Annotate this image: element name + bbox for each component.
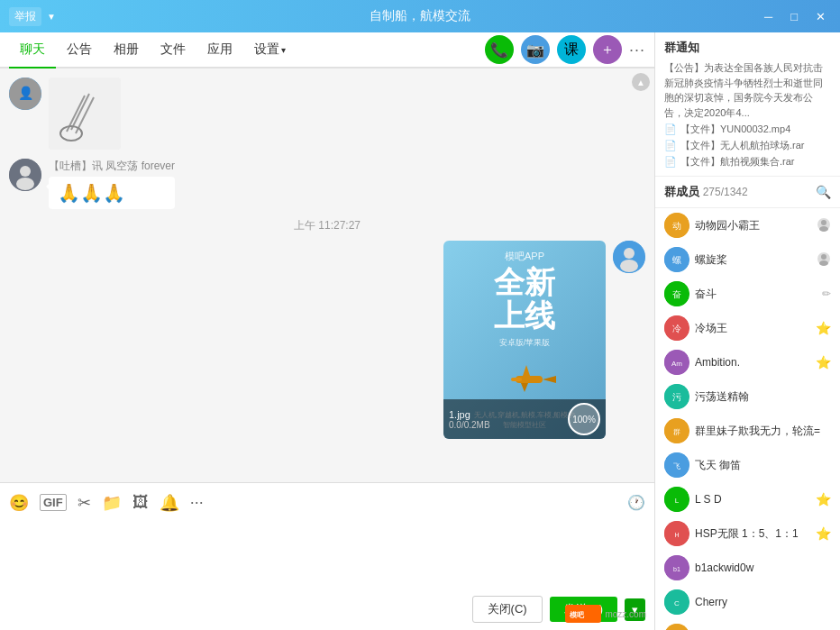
nav-settings[interactable]: 设置 ▾ (243, 32, 297, 68)
main-container: 聊天 公告 相册 文件 应用 设置 ▾ 📞 📷 课 ＋ ··· ▲ (0, 32, 840, 630)
history-button[interactable]: 🕐 (627, 494, 645, 511)
svg-text:👤: 👤 (18, 86, 34, 101)
member-avatar: L (664, 487, 689, 512)
settings-chevron-icon: ▾ (281, 45, 286, 55)
image-subtitle: 全新 上线 (452, 266, 597, 333)
svg-text:H: H (674, 532, 679, 538)
member-avatar: 冷 (664, 315, 689, 341)
pencil-badge: ✏ (822, 288, 831, 300)
scroll-up-button[interactable]: ▲ (632, 73, 650, 91)
member-item[interactable]: b1 b1ackwid0w (655, 551, 840, 585)
bell-icon[interactable]: 🔔 (160, 493, 179, 513)
member-avatar: C (664, 589, 689, 615)
gif-button[interactable]: GIF (40, 494, 67, 511)
member-avatar: 飞 (664, 452, 689, 478)
member-avatar: 污 (664, 384, 689, 409)
members-count: 275/1342 (703, 186, 748, 198)
image-icon[interactable]: 🖼 (132, 493, 149, 512)
svg-rect-17 (511, 378, 522, 381)
nav-file[interactable]: 文件 (150, 32, 196, 68)
more-icon-button[interactable]: ··· (629, 41, 645, 59)
toy-plane-svg (488, 358, 561, 403)
message-sketch: 👤 (9, 78, 645, 150)
file-icon-3: 📄 (664, 156, 677, 168)
image-message-content: 模吧APP 全新 上线 安卓版/苹果版 (443, 241, 606, 439)
file-link-1[interactable]: 📄 【文件】YUN00032.mp4 (664, 123, 831, 136)
image-footer: 1.jpg 0.0/0.2MB 100% (443, 399, 606, 439)
add-icon-button[interactable]: ＋ (593, 35, 622, 64)
svg-point-21 (821, 220, 826, 225)
member-avatar: 动 (664, 213, 689, 238)
file-link-3[interactable]: 📄 【文件】航拍视频集合.rar (664, 155, 831, 169)
dropdown-arrow[interactable]: ▼ (47, 12, 56, 22)
member-item[interactable]: L L S D ⭐ (655, 482, 840, 516)
window-controls: ─ □ ✕ (759, 8, 831, 25)
member-item[interactable]: 奋 奋斗 ✏ (655, 277, 840, 311)
file-link-2[interactable]: 📄 【文件】无人机航拍球场.rar (664, 139, 831, 152)
member-avatar: Am (664, 350, 689, 375)
members-title: 群成员 275/1342 (664, 184, 748, 200)
sender-name: 【吐槽】讯 凤空荡 forever (49, 159, 175, 174)
close-button[interactable]: 关闭(C) (472, 596, 543, 623)
window-title: 自制船，航模交流 (81, 8, 759, 24)
member-badge (817, 217, 831, 234)
titlebar: 举报 ▼ 自制船，航模交流 ─ □ ✕ (0, 0, 840, 32)
scissors-icon[interactable]: ✂ (78, 493, 91, 513)
more-tools-icon[interactable]: ··· (190, 493, 204, 512)
emoji-button[interactable]: 😊 (9, 493, 29, 513)
folder-icon[interactable]: 📁 (102, 493, 122, 513)
member-avatar: b1 (664, 555, 689, 580)
member-item[interactable]: H HSP无限 1：5、1：1 ⭐ (655, 516, 840, 551)
member-name: 奋斗 (695, 287, 817, 302)
message-image: 模吧APP 全新 上线 安卓版/苹果版 (9, 241, 645, 439)
message-emojis-text: 🙏🙏🙏 (58, 183, 125, 203)
member-name: b1ackwid0w (695, 562, 826, 574)
member-name: HSP无限 1：5、1：1 (695, 526, 810, 542)
navbar: 聊天 公告 相册 文件 应用 设置 ▾ 📞 📷 课 ＋ ··· (0, 32, 654, 68)
nav-album[interactable]: 相册 (103, 32, 150, 68)
member-item[interactable]: C Cherry (655, 585, 840, 619)
member-item[interactable]: 群 群里妹子欺我无力，轮流= (655, 414, 840, 448)
message-emojis: 【吐槽】讯 凤空荡 forever 🙏🙏🙏 (9, 159, 645, 209)
svg-point-12 (620, 260, 638, 272)
member-item[interactable]: 此 此诚可待成追忆 (655, 619, 840, 630)
members-search-button[interactable]: 🔍 (816, 185, 831, 199)
star-badge: ⭐ (816, 355, 831, 370)
phone-icon-button[interactable]: 📞 (485, 35, 514, 64)
file-icon-1: 📄 (664, 123, 677, 135)
member-item[interactable]: 螺 螺旋桨 (655, 242, 840, 277)
image-preview[interactable]: 模吧APP 全新 上线 安卓版/苹果版 (443, 241, 606, 439)
sender-avatar-right (613, 241, 645, 273)
member-name: 群里妹子欺我无力，轮流= (695, 424, 826, 439)
live-icon-button[interactable]: 课 (557, 35, 586, 64)
image-header: 模吧APP 全新 上线 安卓版/苹果版 (452, 250, 597, 349)
nav-app[interactable]: 应用 (196, 32, 243, 68)
video-icon-button[interactable]: 📷 (521, 35, 550, 64)
svg-text:奋: 奋 (672, 289, 681, 299)
minimize-button[interactable]: ─ (759, 8, 778, 25)
watermark-text: mozz.com (605, 609, 646, 619)
member-item[interactable]: 污 污荡送精翰 (655, 379, 840, 414)
member-item[interactable]: 冷 冷场王 ⭐ (655, 311, 840, 345)
nav-notice[interactable]: 公告 (56, 32, 103, 68)
sketch-image (49, 78, 121, 150)
maximize-button[interactable]: □ (785, 8, 803, 25)
member-name: 飞天 御笛 (695, 458, 826, 473)
close-button[interactable]: ✕ (810, 8, 831, 25)
chat-input[interactable] (9, 529, 645, 591)
svg-point-8 (20, 166, 31, 177)
nav-chat[interactable]: 聊天 (9, 32, 56, 68)
group-members-section: 群成员 275/1342 🔍 动 动物园小霸王 螺 螺旋桨 (655, 177, 840, 630)
member-item[interactable]: 动 动物园小霸王 (655, 208, 840, 242)
report-button[interactable]: 举报 (9, 7, 41, 26)
message-content (49, 78, 121, 150)
svg-text:模吧: 模吧 (569, 611, 585, 619)
svg-marker-15 (523, 365, 530, 376)
member-item[interactable]: 飞 飞天 御笛 (655, 448, 840, 482)
member-item[interactable]: Am Ambition. ⭐ (655, 345, 840, 379)
toolbar: 😊 GIF ✂ 📁 🖼 🔔 ··· 🕐 (0, 482, 654, 522)
image-filesize: 0.0/0.2MB (449, 420, 490, 430)
notice-text: 【公告】为表达全国各族人民对抗击新冠肺炎疫情斗争牺牲烈士和逝世同胞的深切哀悼，国… (664, 60, 831, 120)
message-bubble: 🙏🙏🙏 (49, 177, 175, 209)
sender-message-content: 【吐槽】讯 凤空荡 forever 🙏🙏🙏 (49, 159, 175, 209)
